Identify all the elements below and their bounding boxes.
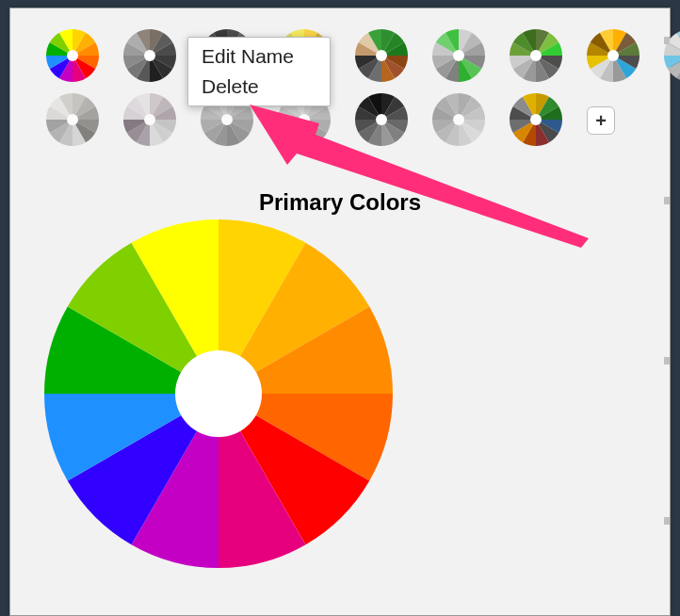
svg-point-10	[144, 114, 155, 125]
menu-delete[interactable]: Delete	[188, 72, 330, 102]
palette-thumb[interactable]	[432, 93, 485, 146]
scrollbar-mark	[664, 37, 670, 44]
palette-thumb[interactable]	[432, 29, 485, 82]
svg-point-11	[221, 114, 233, 125]
svg-point-13	[376, 114, 387, 125]
svg-point-7	[607, 50, 619, 61]
add-palette-button[interactable]: +	[587, 106, 615, 135]
main-color-wheel[interactable]	[44, 219, 393, 572]
palette-thumbnails: +	[46, 29, 680, 157]
svg-point-0	[67, 50, 78, 61]
palette-thumb[interactable]	[46, 29, 99, 82]
svg-point-1	[144, 50, 155, 61]
palette-thumb[interactable]	[123, 29, 176, 82]
svg-point-6	[530, 50, 542, 61]
svg-point-12	[299, 114, 310, 125]
svg-point-16	[175, 350, 262, 437]
palette-thumb[interactable]	[510, 29, 562, 82]
palette-title: Primary Colors	[10, 189, 670, 216]
scrollbar-mark	[664, 357, 670, 365]
scrollbar-mark	[664, 197, 670, 204]
palette-thumb[interactable]	[46, 93, 99, 146]
svg-point-9	[67, 114, 78, 125]
svg-point-4	[376, 50, 387, 61]
palette-thumb[interactable]	[355, 29, 408, 82]
palette-thumb[interactable]	[123, 93, 176, 146]
palette-thumb[interactable]	[587, 29, 640, 82]
svg-point-14	[453, 114, 464, 125]
svg-point-5	[453, 50, 464, 61]
palette-thumb[interactable]	[510, 93, 562, 146]
menu-edit-name[interactable]: Edit Name	[188, 41, 330, 72]
scrollbar-mark	[664, 517, 670, 525]
palette-thumb[interactable]	[355, 93, 408, 146]
context-menu: Edit Name Delete	[187, 37, 331, 106]
svg-point-15	[530, 114, 542, 125]
editor-panel: + Edit Name Delete Primary Colors	[9, 8, 671, 616]
